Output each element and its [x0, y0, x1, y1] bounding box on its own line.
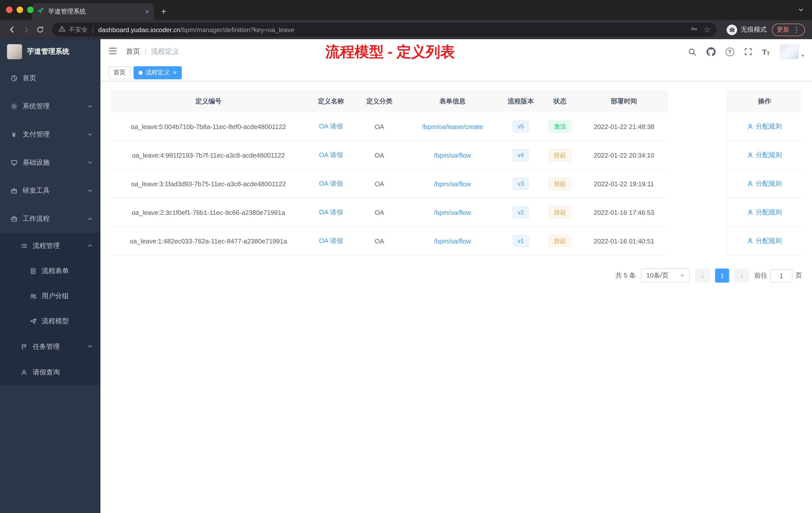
- security-warning-icon[interactable]: [58, 25, 66, 34]
- sidebar-item-user-group[interactable]: 用户分组: [0, 283, 100, 309]
- assign-rule-link[interactable]: 分配规则: [747, 236, 782, 245]
- sidebar-item-workflow[interactable]: 工作流程: [0, 205, 100, 233]
- form-link[interactable]: /bpm/oa/flow: [434, 237, 471, 245]
- back-icon[interactable]: [5, 23, 19, 37]
- sidebar-toggle-icon[interactable]: [109, 47, 117, 57]
- cell-deploy-time: 2022-01-16 01:40:51: [580, 227, 668, 255]
- goto-page: 前往 页: [754, 269, 802, 282]
- sidebar-item-process-management[interactable]: 流程管理: [0, 233, 100, 259]
- status-badge: 挂起: [549, 206, 571, 218]
- version-badge: v1: [513, 235, 529, 247]
- content-area: 定义编号 定义名称 定义分类 表单信息 流程版本 状态 部署时间 操作 oa_l…: [100, 81, 812, 282]
- goto-page-input[interactable]: [770, 269, 792, 282]
- cell-filler: [668, 141, 727, 170]
- tag-close-icon[interactable]: ×: [173, 69, 176, 76]
- chevron-down-icon: [680, 274, 685, 277]
- breadcrumb-home-link[interactable]: 首页: [126, 47, 140, 56]
- assign-rule-link[interactable]: 分配规则: [747, 122, 782, 131]
- update-chip[interactable]: 更新 ⋮: [772, 23, 805, 36]
- sidebar-item-label: 请假查询: [33, 368, 60, 377]
- cell-category: OA: [355, 113, 403, 141]
- forward-icon[interactable]: [19, 23, 33, 37]
- version-badge: v2: [513, 206, 529, 218]
- prev-page-button[interactable]: ‹: [695, 269, 710, 282]
- cell-filler: [668, 113, 727, 141]
- sidebar-item-devtools[interactable]: 研发工具: [0, 177, 100, 205]
- sidebar-item-label: 系统管理: [23, 102, 50, 111]
- tag-home[interactable]: 首页: [109, 66, 130, 79]
- cell-deploy-time: 2022-01-22 21:48:38: [580, 113, 668, 141]
- page-unit-label: 页: [795, 271, 802, 280]
- search-icon[interactable]: [688, 48, 696, 56]
- tab-search-icon[interactable]: [798, 6, 804, 15]
- form-link[interactable]: /bpm/oa/flow: [434, 151, 471, 159]
- update-label: 更新: [777, 25, 789, 34]
- sidebar-item-leave-query[interactable]: 请假查询: [0, 359, 100, 385]
- form-link[interactable]: /bpm/oa/flow: [434, 180, 471, 187]
- cell-definition-id: oa_leave:5:004b710b-7b8a-11ec-8ef0-acde4…: [111, 113, 306, 141]
- definition-name-link[interactable]: OA 请假: [319, 179, 343, 188]
- font-size-icon[interactable]: TT: [762, 48, 770, 56]
- sidebar-item-system[interactable]: 系统管理: [0, 92, 100, 120]
- user-menu[interactable]: ▾: [780, 44, 804, 59]
- form-link[interactable]: /bpm/oa/flow: [434, 209, 471, 216]
- browser-tab[interactable]: 芋道管理系统 ×: [32, 3, 154, 20]
- sidebar: 芋道管理系统 首页 系统管理 ¥ 支付管理 基础设施: [0, 39, 100, 513]
- sidebar-item-process-form[interactable]: 流程表单: [0, 259, 100, 283]
- breadcrumb-separator: /: [145, 48, 147, 56]
- navbar-actions: ? TT ▾: [688, 44, 804, 59]
- sidebar-item-process-model[interactable]: 流程模型: [0, 309, 100, 334]
- table-row: oa_leave:2:3c1f0ef1-76b1-11ec-9c66-a2380…: [111, 198, 802, 227]
- version-badge: v3: [513, 178, 529, 190]
- sidebar-item-infrastructure[interactable]: 基础设施: [0, 149, 100, 177]
- definition-name-link[interactable]: OA 请假: [319, 122, 343, 131]
- assign-rule-link[interactable]: 分配规则: [747, 151, 782, 160]
- new-tab-button[interactable]: +: [157, 5, 170, 18]
- sidebar-item-home[interactable]: 首页: [0, 64, 100, 92]
- chevron-down-icon: [87, 159, 92, 167]
- assign-rule-link[interactable]: 分配规则: [747, 179, 782, 188]
- chevron-down-icon: [87, 187, 92, 194]
- zoom-window-button[interactable]: [27, 6, 34, 13]
- tab-close-icon[interactable]: ×: [145, 8, 149, 15]
- github-icon[interactable]: [706, 47, 715, 56]
- annotation-title: 流程模型 - 定义列表: [325, 42, 455, 62]
- cell-filler: [668, 198, 727, 227]
- flag-icon: [20, 343, 28, 350]
- key-icon[interactable]: [690, 25, 698, 34]
- minimize-window-button[interactable]: [17, 6, 23, 13]
- status-badge: 挂起: [549, 235, 571, 247]
- sidebar-logo[interactable]: 芋道管理系统: [0, 39, 100, 64]
- col-status: 状态: [540, 90, 580, 113]
- definition-name-link[interactable]: OA 请假: [319, 236, 343, 245]
- address-bar[interactable]: 不安全 dashboard.yudao.iocoder.cn/bpm/manag…: [52, 23, 717, 37]
- close-window-button[interactable]: [6, 6, 12, 13]
- browser-menu-icon[interactable]: ⋮: [793, 26, 800, 33]
- sidebar-item-label: 研发工具: [23, 186, 50, 195]
- cell-deploy-time: 2022-01-22 19:19:11: [580, 170, 668, 198]
- sidebar-item-task-management[interactable]: 任务管理: [0, 334, 100, 359]
- form-link[interactable]: /bpm/oa/leave/create: [422, 123, 483, 130]
- paper-plane-icon: [29, 318, 37, 325]
- avatar[interactable]: [780, 44, 799, 59]
- tag-process-definition[interactable]: 流程定义 ×: [134, 66, 181, 79]
- version-badge: v4: [513, 149, 529, 161]
- page-size-select[interactable]: 10条/页: [641, 269, 690, 282]
- tag-label: 流程定义: [146, 68, 170, 77]
- sidebar-item-label: 流程表单: [42, 267, 69, 276]
- assign-rule-link[interactable]: 分配规则: [747, 208, 782, 217]
- navbar: 首页 / 流程定义 ? TT: [100, 39, 812, 64]
- next-page-button[interactable]: ›: [734, 269, 749, 282]
- reload-icon[interactable]: [33, 23, 47, 37]
- main-panel: 首页 / 流程定义 ? TT: [100, 39, 812, 513]
- sidebar-item-label: 首页: [23, 74, 36, 83]
- sidebar-item-payment[interactable]: ¥ 支付管理: [0, 120, 100, 149]
- help-icon[interactable]: ?: [725, 48, 734, 56]
- definition-name-link[interactable]: OA 请假: [319, 151, 343, 160]
- definition-name-link[interactable]: OA 请假: [319, 208, 343, 217]
- page-number-active[interactable]: 1: [715, 269, 729, 282]
- breadcrumb: 首页 / 流程定义: [126, 47, 179, 56]
- bookmark-star-icon[interactable]: ☆: [704, 25, 710, 34]
- col-definition-id: 定义编号: [111, 90, 306, 113]
- fullscreen-icon[interactable]: [744, 48, 752, 56]
